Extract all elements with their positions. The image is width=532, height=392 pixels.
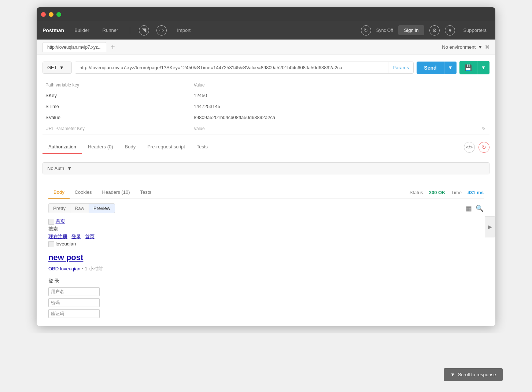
login-link[interactable]: 登录: [71, 234, 81, 239]
home-link[interactable]: 首页: [56, 218, 65, 224]
logo-img: [48, 241, 54, 247]
post-author-link[interactable]: OBD loveuqian: [48, 266, 80, 271]
nav-import[interactable]: Import: [174, 26, 193, 34]
preview-search-row: 搜索: [48, 225, 484, 233]
col-key-header: Path variable key: [43, 80, 191, 90]
resp-tab-tests[interactable]: Tests: [135, 186, 156, 199]
new-window-icon[interactable]: ◥: [139, 25, 149, 36]
collapse-arrow-button[interactable]: ▶: [485, 216, 495, 237]
response-status: Status 200 OK Time 431 ms: [410, 190, 484, 195]
tab-bar: http://loveuqian.mvip7.xyz... + No envir…: [37, 40, 495, 55]
sign-in-button[interactable]: Sign in: [398, 25, 425, 35]
save-dropdown-button[interactable]: ▼: [477, 61, 489, 74]
tab-icons: </> ↻: [464, 142, 489, 153]
status-value: 200 OK: [429, 190, 446, 195]
broken-home-img: [48, 219, 54, 225]
param-key-svalue: SValue: [43, 112, 191, 123]
col-value-header: Value: [191, 80, 479, 90]
nav-divider: [130, 27, 130, 34]
save-button-group: 💾 ▼: [459, 61, 489, 74]
format-tab-group: Pretty Raw Preview: [48, 203, 115, 213]
tab-body[interactable]: Body: [119, 140, 142, 154]
auth-type-label: No Auth: [47, 166, 64, 171]
nav-runner[interactable]: Runner: [100, 26, 121, 34]
url-tab[interactable]: http://loveuqian.mvip7.xyz...: [43, 42, 106, 52]
minimize-button[interactable]: [49, 12, 53, 17]
close-button[interactable]: [41, 12, 46, 17]
tab-tests[interactable]: Tests: [191, 140, 214, 154]
app-brand: Postman: [43, 27, 64, 33]
logo-alt: loveuqian: [56, 241, 76, 247]
heart-icon[interactable]: ♥: [445, 25, 455, 36]
param-row-skey: SKey 12450: [43, 90, 489, 101]
request-bar: GET ▼ Params Send ▼ 💾 ▼: [43, 61, 489, 74]
time-value: 431 ms: [468, 190, 484, 195]
params-button[interactable]: Params: [388, 62, 414, 73]
response-section: Body Cookies Headers (10) Tests Status 2…: [43, 182, 489, 318]
send-button[interactable]: Send: [417, 62, 444, 74]
format-tabs: Pretty Raw Preview ▦ 🔍: [48, 203, 484, 213]
settings-icon[interactable]: ⚙: [429, 25, 440, 36]
param-row-url: URL Parameter Key Value ✎: [43, 123, 489, 134]
params-table: Path variable key Value SKey 12450 STime…: [43, 80, 489, 134]
environment-selector[interactable]: No environment ▼ ✖: [442, 44, 489, 51]
register-link[interactable]: 现在注册: [48, 234, 67, 239]
title-bar: [37, 7, 495, 21]
inner-tabs: Authorization Headers (0) Body Pre-reque…: [43, 140, 489, 154]
auth-type-select[interactable]: No Auth ▼: [43, 162, 489, 174]
home-link2[interactable]: 首页: [85, 234, 95, 239]
param-val-stime: 1447253145: [191, 101, 479, 112]
password-input[interactable]: [48, 298, 100, 307]
nav-right: ↻ Sync Off Sign in ⚙ ♥ Supporters: [361, 25, 489, 36]
method-select[interactable]: GET ▼: [43, 62, 72, 74]
tab-pre-request[interactable]: Pre-request script: [141, 140, 191, 154]
param-val-svalue: 89809a5201b04c608ffa50d63892a2ca: [191, 112, 479, 123]
refresh-icon[interactable]: ↻: [479, 142, 489, 153]
auth-section: No Auth ▼: [43, 160, 489, 182]
status-label: Status: [410, 190, 423, 195]
resp-tab-headers[interactable]: Headers (10): [97, 186, 135, 199]
supporters-label[interactable]: Supporters: [460, 26, 489, 34]
response-tabs: Body Cookies Headers (10) Tests Status 2…: [48, 186, 484, 199]
preview-home-row: 首页: [48, 218, 484, 225]
url-param-edit-icon[interactable]: ✎: [481, 126, 486, 132]
method-value: GET: [47, 65, 57, 70]
url-param-key-label: URL Parameter Key: [43, 123, 191, 134]
param-row-stime: STime 1447253145: [43, 101, 489, 112]
environment-label: No environment: [442, 44, 476, 50]
tab-headers[interactable]: Headers (0): [82, 140, 119, 154]
param-val-skey: 12450: [191, 90, 479, 101]
main-area: GET ▼ Params Send ▼ 💾 ▼ Path variable ke…: [37, 55, 495, 326]
post-title-link[interactable]: new post: [48, 251, 484, 264]
url-param-value-label: Value: [191, 123, 479, 134]
nav-builder[interactable]: Builder: [71, 26, 92, 34]
copy-icon[interactable]: ▦: [466, 204, 472, 212]
fmt-tab-raw[interactable]: Raw: [70, 203, 89, 213]
url-input[interactable]: [75, 62, 388, 73]
send-dropdown-button[interactable]: ▼: [444, 62, 457, 74]
save-button[interactable]: 💾: [459, 61, 477, 74]
preview-content: 首页 搜索 现在注册 登录 首页 loveuqian new post: [48, 218, 484, 318]
resp-tab-cookies[interactable]: Cookies: [70, 186, 97, 199]
post-meta: OBD loveuqian • 1 小时前: [48, 265, 484, 273]
import-icon[interactable]: ⇨: [156, 25, 167, 36]
resp-tab-body[interactable]: Body: [48, 186, 70, 199]
add-tab-button[interactable]: +: [111, 43, 115, 51]
search-icon[interactable]: 🔍: [476, 204, 484, 212]
method-chevron-icon: ▼: [59, 65, 64, 70]
code-icon[interactable]: </>: [464, 142, 475, 153]
fmt-tab-pretty[interactable]: Pretty: [48, 203, 70, 213]
param-key-skey: SKey: [43, 90, 191, 101]
maximize-button[interactable]: [56, 12, 61, 17]
tab-authorization[interactable]: Authorization: [43, 140, 82, 154]
param-row-svalue: SValue 89809a5201b04c608ffa50d63892a2ca: [43, 112, 489, 123]
fmt-tab-preview[interactable]: Preview: [89, 203, 115, 213]
url-box: Params: [75, 62, 414, 74]
chevron-down-icon: ▼: [478, 44, 483, 50]
close-environment-icon[interactable]: ✖: [485, 44, 489, 51]
param-key-stime: STime: [43, 101, 191, 112]
captcha-input[interactable]: [48, 309, 100, 318]
post-time: • 1 小时前: [82, 266, 103, 271]
sync-icon[interactable]: ↻: [361, 25, 371, 36]
username-input[interactable]: [48, 287, 100, 296]
